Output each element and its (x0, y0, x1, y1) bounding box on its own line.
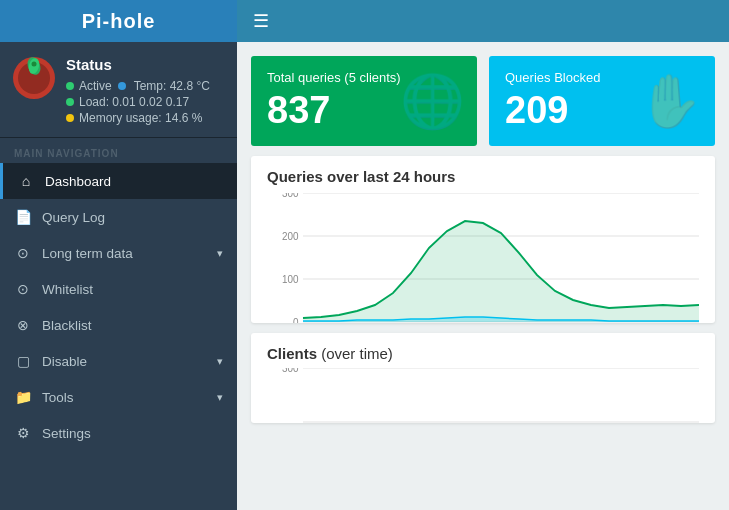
sidebar-item-query-log[interactable]: 📄 Query Log (0, 199, 237, 235)
dot-yellow (66, 114, 74, 122)
ban-icon: ⊗ (14, 317, 32, 333)
clients-chart-section: Clients (over time) 300 (251, 333, 715, 423)
sidebar-item-blacklist[interactable]: ⊗ Blacklist (0, 307, 237, 343)
brand-title: Pi-hole (0, 0, 237, 42)
status-logo: Status Active Temp: 42.8 °C Load: 0.01 0… (12, 56, 225, 127)
svg-point-4 (32, 62, 37, 67)
sidebar-label-query-log: Query Log (42, 210, 223, 225)
folder-icon: 📁 (14, 389, 32, 405)
sidebar-item-disable[interactable]: ▢ Disable ▾ (0, 343, 237, 379)
sidebar-label-blacklist: Blacklist (42, 318, 223, 333)
status-row-memory: Memory usage: 14.6 % (66, 111, 225, 125)
svg-text:200: 200 (282, 231, 299, 243)
pihole-logo-icon (12, 56, 56, 100)
status-active-label: Active (79, 79, 112, 93)
clients-chart-subtitle: (over time) (321, 345, 393, 362)
hand-icon: ✋ (638, 71, 703, 132)
status-title: Status (66, 56, 225, 73)
nav-section-label: MAIN NAVIGATION (0, 138, 237, 163)
sidebar-label-dashboard: Dashboard (45, 174, 223, 189)
circle-icon: ⊙ (14, 245, 32, 261)
square-icon: ▢ (14, 353, 32, 369)
queries-chart-section: Queries over last 24 hours 300 200 100 0 (251, 156, 715, 323)
main-layout: Status Active Temp: 42.8 °C Load: 0.01 0… (0, 42, 729, 510)
svg-text:300: 300 (282, 193, 299, 199)
menu-toggle[interactable]: ☰ (237, 10, 269, 32)
queries-chart-svg: 300 200 100 0 (267, 193, 699, 323)
sidebar-item-dashboard[interactable]: ⌂ Dashboard (0, 163, 237, 199)
check-circle-icon: ⊙ (14, 281, 32, 297)
top-header: Pi-hole ☰ (0, 0, 729, 42)
queries-chart-title: Queries over last 24 hours (267, 168, 699, 185)
sidebar-item-tools[interactable]: 📁 Tools ▾ (0, 379, 237, 415)
clients-chart-title: Clients (over time) (267, 345, 699, 362)
status-row-active: Active Temp: 42.8 °C (66, 79, 225, 93)
status-temp-label: Temp: 42.8 °C (134, 79, 210, 93)
chevron-down-icon-3: ▾ (217, 391, 223, 404)
sidebar-label-whitelist: Whitelist (42, 282, 223, 297)
chevron-down-icon: ▾ (217, 247, 223, 260)
sidebar-item-whitelist[interactable]: ⊙ Whitelist (0, 271, 237, 307)
dot-blue (118, 82, 126, 90)
brand-text: Pi-hole (82, 10, 156, 33)
document-icon: 📄 (14, 209, 32, 225)
sidebar-label-long-term: Long term data (42, 246, 217, 261)
stats-row: Total queries (5 clients) 837 🌐 Queries … (237, 42, 729, 156)
main-content: Total queries (5 clients) 837 🌐 Queries … (237, 42, 729, 510)
sidebar-label-tools: Tools (42, 390, 217, 405)
chevron-down-icon-2: ▾ (217, 355, 223, 368)
status-load-label: Load: 0.01 0.02 0.17 (79, 95, 189, 109)
gear-icon: ⚙ (14, 425, 32, 441)
stat-card-queries-blocked: Queries Blocked 209 ✋ (489, 56, 715, 146)
clients-chart: 300 (267, 368, 699, 423)
status-info: Status Active Temp: 42.8 °C Load: 0.01 0… (66, 56, 225, 127)
sidebar-item-long-term-data[interactable]: ⊙ Long term data ▾ (0, 235, 237, 271)
sidebar-item-settings[interactable]: ⚙ Settings (0, 415, 237, 451)
dot-green-2 (66, 98, 74, 106)
status-box: Status Active Temp: 42.8 °C Load: 0.01 0… (0, 42, 237, 138)
stat-card-total-queries: Total queries (5 clients) 837 🌐 (251, 56, 477, 146)
sidebar: Status Active Temp: 42.8 °C Load: 0.01 0… (0, 42, 237, 510)
svg-text:100: 100 (282, 274, 299, 286)
globe-icon: 🌐 (400, 71, 465, 132)
home-icon: ⌂ (17, 173, 35, 189)
sidebar-label-settings: Settings (42, 426, 223, 441)
svg-text:0: 0 (293, 317, 299, 323)
status-row-load: Load: 0.01 0.02 0.17 (66, 95, 225, 109)
sidebar-label-disable: Disable (42, 354, 217, 369)
dot-green (66, 82, 74, 90)
clients-chart-svg: 300 (267, 368, 699, 423)
queries-chart: 300 200 100 0 (267, 193, 699, 323)
hamburger-icon: ☰ (253, 11, 269, 31)
status-memory-label: Memory usage: 14.6 % (79, 111, 202, 125)
svg-text:300: 300 (282, 368, 299, 374)
